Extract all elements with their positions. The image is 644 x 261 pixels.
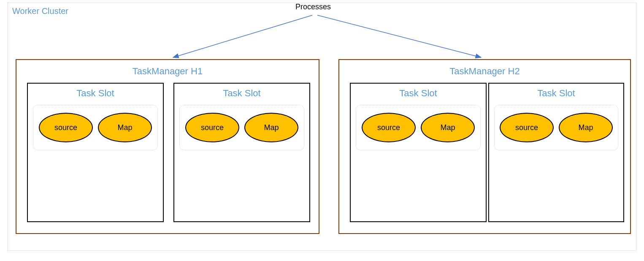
task-slot-title: Task Slot xyxy=(351,84,486,99)
processes-label: Processes xyxy=(295,3,331,11)
map-operator: Map xyxy=(98,113,152,142)
task-slot-title: Task Slot xyxy=(28,84,163,99)
source-operator: source xyxy=(185,113,239,142)
task-slot-title: Task Slot xyxy=(489,84,623,99)
task-manager-h1: TaskManager H1 Task Slot source Map Task… xyxy=(16,59,319,234)
task-slot: Task Slot source Map xyxy=(488,83,624,222)
worker-cluster-label: Worker Cluster xyxy=(12,6,68,16)
task-manager-title: TaskManager H2 xyxy=(339,60,630,77)
slot-inner-box: source Map xyxy=(494,105,618,150)
slot-inner-box: source Map xyxy=(179,105,304,150)
source-operator: source xyxy=(362,113,416,142)
task-manager-title: TaskManager H1 xyxy=(16,60,319,77)
task-slot: Task Slot source Map xyxy=(173,83,310,222)
task-slot: Task Slot source Map xyxy=(27,83,164,222)
task-slot: Task Slot source Map xyxy=(350,83,487,222)
map-operator: Map xyxy=(244,113,298,142)
task-slot-title: Task Slot xyxy=(174,84,309,99)
source-operator: source xyxy=(500,113,554,142)
task-manager-h2: TaskManager H2 Task Slot source Map Task… xyxy=(338,59,631,234)
source-operator: source xyxy=(39,113,93,142)
slot-inner-box: source Map xyxy=(33,105,158,150)
map-operator: Map xyxy=(421,113,475,142)
slot-inner-box: source Map xyxy=(356,105,481,150)
map-operator: Map xyxy=(559,113,613,142)
